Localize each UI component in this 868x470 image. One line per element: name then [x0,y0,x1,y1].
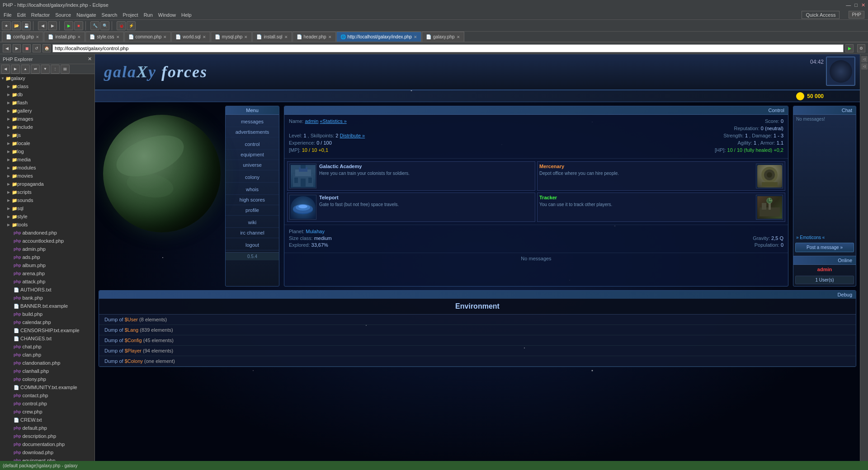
back-btn[interactable]: ◀ [38,21,47,30]
menu-irc[interactable]: irc channel [226,228,279,238]
nav-back[interactable]: ◀ [3,44,11,52]
menu-help[interactable]: Help [181,12,192,18]
menu-run[interactable]: Run [144,12,153,18]
tree-file-admin[interactable]: php admin.php [0,245,94,253]
tree-file-crew[interactable]: php crew.php [0,408,94,416]
tree-folder-locale[interactable]: ▶ 📁 locale [0,139,94,147]
tab-galaxy-index[interactable]: 🌐 http://localhost/galaxy/index.php ✕ [336,32,421,42]
tab-style-css[interactable]: 📄 style.css ✕ [85,32,123,42]
planet-name[interactable]: Mulahay [306,229,325,234]
tree-file-download[interactable]: php download.php [0,448,94,456]
tree-folder-flash[interactable]: ▶ 📁 flash [0,99,94,107]
tree-file-clanhall[interactable]: php clanhall.php [0,367,94,375]
menu-whois[interactable]: whois [226,184,279,195]
close-tab-galaxy[interactable]: ✕ [457,35,460,39]
tree-file-abandoned[interactable]: php abandoned.php [0,229,94,237]
nav-refresh[interactable]: ↺ [33,44,41,52]
tree-file-changes[interactable]: 📄 CHANGES.txt [0,334,94,343]
nav-go[interactable]: ▶ [845,44,854,52]
close-tab-header[interactable]: ✕ [328,35,332,39]
tree-folder-movies[interactable]: ▶ 📁 movies [0,172,94,180]
run-btn[interactable]: ▶ [64,21,73,30]
explorer-sync[interactable]: ⇄ [31,65,40,74]
explorer-collapse[interactable]: ▼ [41,65,50,74]
explorer-view[interactable]: ▤ [61,65,70,74]
menu-universe[interactable]: universe [226,160,279,170]
online-user-admin[interactable]: admin [793,265,856,274]
right-icon-2[interactable]: ◁ [861,63,868,70]
tree-file-attack[interactable]: php attack.php [0,277,94,286]
menu-equipment[interactable]: equipment [226,150,279,160]
tree-file-censorship[interactable]: 📄 CENSORSHIP.txt.example [0,326,94,334]
nav-stop[interactable]: ◼ [23,44,31,52]
dump-colony[interactable]: Dump of $Colony (one element) [99,356,856,367]
profile-btn[interactable]: ⚡ [127,21,136,30]
tree-folder-images[interactable]: ▶ 📁 images [0,115,94,123]
build-btn[interactable]: 🔧 [90,21,99,30]
close-tab-galaxy-index[interactable]: ✕ [414,35,417,39]
tree-file-authors[interactable]: 📄 AUTHORS.txt [0,286,94,294]
tree-file-default[interactable]: php default.php [0,424,94,432]
tree-file-banner[interactable]: 📄 BANNER.txt.example [0,302,94,310]
player-name[interactable]: admin [305,118,318,124]
dump-user[interactable]: Dump of $User (8 elements) [99,315,856,325]
tree-folder-tools[interactable]: ▶ 📁 tools [0,221,94,229]
tree-file-clandonation[interactable]: php clandonation.php [0,359,94,367]
close-tab-install[interactable]: ✕ [77,35,81,39]
tree-folder-sounds[interactable]: ▶ 📁 sounds [0,196,94,204]
dump-lang[interactable]: Dump of $Lang (839 elements) [99,325,856,335]
minimize-btn[interactable]: — [846,2,851,8]
menu-search[interactable]: Search [102,12,118,18]
nav-home[interactable]: 🏠 [42,44,51,52]
tree-folder-scripts[interactable]: ▶ 📁 scripts [0,188,94,196]
dump-config[interactable]: Dump of $Config (45 elements) [99,335,856,346]
php-perspective-btn[interactable]: PHP [849,11,864,19]
service-tracker[interactable]: Tracker You can use it to track other pl… [537,193,785,222]
right-icon-1[interactable]: ◁ [861,56,868,62]
tree-file-community[interactable]: 📄 COMMUNITY.txt.example [0,383,94,391]
tab-common-php[interactable]: 📄 common.php ✕ [124,32,171,42]
close-tab-mysql[interactable]: ✕ [244,35,248,39]
tree-folder-js[interactable]: ▶ 📁 js [0,131,94,139]
service-teleport[interactable]: Teleport Gate to fast (but not free) spa… [287,193,535,222]
tree-file-calendar[interactable]: php calendar.php [0,318,94,326]
service-academy[interactable]: Galactic Academy Here you can train your… [287,161,535,191]
explorer-close[interactable]: ✕ [88,56,92,62]
explorer-menu[interactable]: ⋮ [51,65,60,74]
menu-logout[interactable]: logout [226,240,279,250]
quick-access-field[interactable]: Quick Access [802,11,840,19]
tree-file-build[interactable]: php build.php [0,310,94,318]
menu-edit[interactable]: Edit [17,12,26,18]
save-btn[interactable]: 💾 [22,21,31,30]
menu-control[interactable]: control [226,139,279,150]
tree-file-album[interactable]: php album.php [0,261,94,269]
stop-btn[interactable]: ■ [74,21,83,30]
tab-config-php[interactable]: 📄 config.php ✕ [2,32,43,42]
tree-file-arena[interactable]: php arena.php [0,269,94,277]
debug-btn[interactable]: 🐞 [117,21,126,30]
tree-folder-sql[interactable]: ▶ 📁 sql [0,204,94,212]
tree-file-chat[interactable]: php chat.php [0,343,94,351]
tree-root[interactable]: ▼ 📁 galaxy [0,74,94,82]
tab-install-php[interactable]: 📄 install.php ✕ [44,32,85,42]
tab-mysql-php[interactable]: 📄 mysql.php ✕ [211,32,252,42]
tree-folder-log[interactable]: ▶ 📁 log [0,147,94,155]
tree-file-bank[interactable]: php bank.php [0,294,94,302]
menu-highscores[interactable]: high scores [226,195,279,205]
close-tab-world[interactable]: ✕ [203,35,206,39]
menu-window[interactable]: Window [158,12,176,18]
menu-messages[interactable]: messages [226,117,279,127]
close-tab-common[interactable]: ✕ [163,35,167,39]
post-message-btn[interactable]: Post a message » [795,243,854,252]
tree-file-control[interactable]: php control.php [0,400,94,408]
menu-refactor[interactable]: Refactor [31,12,50,18]
menu-profile[interactable]: profile [226,205,279,216]
tab-world-sql[interactable]: 📄 world.sql ✕ [171,32,210,42]
explorer-forward[interactable]: ▶ [11,65,20,74]
player-stats-link[interactable]: «Statistics » [320,118,347,124]
new-btn[interactable]: ★ [2,21,11,30]
tree-file-description[interactable]: php description.php [0,432,94,440]
tree-folder-propaganda[interactable]: ▶ 📁 propaganda [0,180,94,188]
dump-player[interactable]: Dump of $Player (94 elements) [99,346,856,356]
tree-file-crew-txt[interactable]: 📄 CREW.txt [0,416,94,424]
